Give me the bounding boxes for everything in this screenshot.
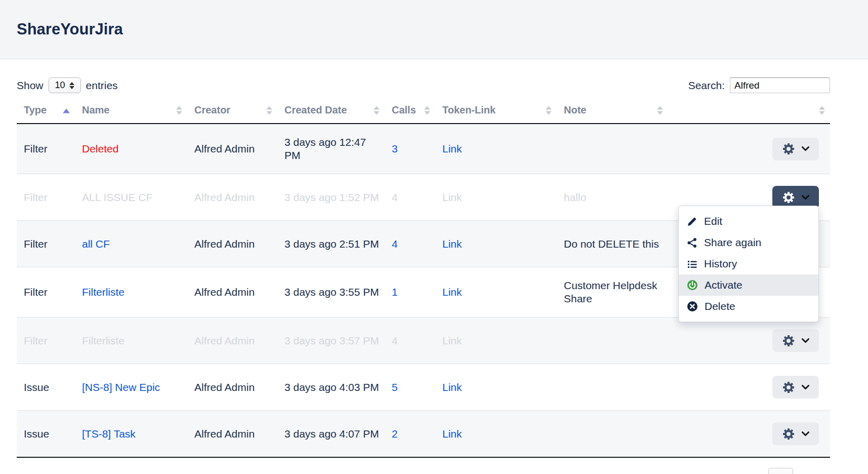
app-header: ShareYourJira (0, 0, 868, 59)
column-header-note[interactable]: Note (557, 99, 668, 124)
token-link[interactable]: Link (442, 335, 462, 346)
cell-note (557, 124, 668, 174)
gear-icon (782, 142, 795, 155)
cell-type: Issue (17, 411, 75, 458)
table-row: Filter Filterliste Alfred Admin 3 days a… (17, 318, 830, 364)
select-stepper-icon (69, 82, 74, 89)
cell-type: Filter (17, 221, 75, 267)
pagination: Previous 1 Next (712, 468, 830, 474)
token-link[interactable]: Link (442, 143, 462, 154)
cell-creator: Alfred Admin (187, 267, 277, 318)
chevron-down-icon (802, 338, 809, 343)
cell-creator: Alfred Admin (187, 221, 277, 267)
calls-link[interactable]: 4 (392, 191, 398, 203)
main-content: Show 10 entries Search: Type Name Creato… (0, 77, 868, 474)
cell-note: hallo (557, 174, 668, 221)
row-actions-button[interactable] (772, 376, 819, 399)
column-header-creator[interactable]: Creator (187, 99, 277, 124)
calls-link[interactable]: 4 (392, 238, 398, 250)
sort-both-icon (266, 106, 272, 114)
share-name: Filterliste (82, 335, 125, 346)
share-icon (687, 238, 697, 248)
chevron-down-icon (802, 385, 809, 390)
show-label: Show (17, 80, 44, 92)
cell-created-date: 3 days ago 2:51 PM (277, 221, 385, 267)
cell-created-date: 3 days ago 4:07 PM (277, 411, 385, 458)
cell-creator: Alfred Admin (187, 174, 277, 221)
pencil-icon (687, 216, 697, 227)
delete-icon (687, 301, 698, 312)
page-title: ShareYourJira (17, 20, 123, 38)
share-name-link[interactable]: all CF (82, 238, 110, 250)
calls-link[interactable]: 3 (392, 143, 398, 154)
entries-label: entries (86, 80, 118, 92)
sort-both-icon (176, 106, 182, 114)
chevron-down-icon (802, 195, 809, 200)
column-header-type[interactable]: Type (17, 99, 75, 124)
menu-item-edit[interactable]: Edit (679, 211, 818, 232)
table-row: Filter Deleted Alfred Admin 3 days ago 1… (17, 124, 830, 174)
sort-both-icon (374, 106, 380, 114)
token-link[interactable]: Link (442, 238, 462, 250)
shares-table: Type Name Creator Created Date Calls Tok… (17, 99, 830, 458)
cell-created-date: 3 days ago 1:52 PM (277, 174, 385, 221)
menu-item-activate[interactable]: Activate (679, 274, 818, 296)
token-link[interactable]: Link (442, 381, 462, 393)
menu-item-history[interactable]: History (679, 253, 818, 274)
column-header-actions[interactable] (668, 99, 830, 124)
cell-creator: Alfred Admin (187, 318, 277, 364)
row-actions-button[interactable] (772, 138, 819, 161)
column-header-name[interactable]: Name (75, 99, 187, 124)
search-input[interactable] (730, 77, 830, 93)
share-name-link[interactable]: [NS-8] New Epic (82, 381, 160, 393)
row-actions-button[interactable] (772, 329, 819, 352)
share-name-link[interactable]: Filterliste (82, 286, 125, 298)
gear-icon (782, 191, 795, 204)
gear-icon (782, 381, 795, 394)
token-link[interactable]: Link (442, 286, 462, 298)
chevron-down-icon (802, 146, 809, 151)
cell-note (557, 411, 668, 458)
current-page-button[interactable]: 1 (768, 468, 793, 474)
calls-link[interactable]: 4 (392, 335, 398, 346)
gear-icon (782, 334, 795, 347)
gear-icon (782, 427, 795, 441)
page-size-select[interactable]: 10 (49, 77, 81, 93)
table-row: Issue [NS-8] New Epic Alfred Admin 3 day… (17, 364, 830, 411)
sort-both-icon (424, 106, 430, 114)
calls-link[interactable]: 2 (392, 428, 398, 440)
cell-note: Customer Helpdesk Share (557, 267, 668, 318)
table-footer: Showing 1 to 9 of 9 entries Previous 1 N… (17, 468, 830, 474)
cell-creator: Alfred Admin (187, 124, 277, 174)
chevron-down-icon (802, 431, 809, 437)
search-control: Search: (688, 77, 830, 93)
cell-created-date: 3 days ago 3:55 PM (277, 267, 385, 318)
share-name-link[interactable]: [TS-8] Task (82, 428, 136, 440)
sort-asc-icon (63, 108, 70, 113)
column-header-calls[interactable]: Calls (385, 99, 435, 124)
menu-item-delete[interactable]: Delete (679, 296, 818, 317)
table-row: Filter ALL ISSUE CF Alfred Admin 3 days … (17, 174, 830, 221)
calls-link[interactable]: 1 (392, 286, 398, 298)
cell-creator: Alfred Admin (187, 411, 277, 458)
token-link[interactable]: Link (442, 428, 462, 440)
cell-created-date: 3 days ago 12:47 PM (277, 124, 385, 174)
cell-type: Filter (17, 124, 75, 174)
row-actions-button[interactable] (772, 422, 819, 445)
cell-created-date: 3 days ago 4:03 PM (277, 364, 385, 411)
cell-type: Filter (17, 318, 75, 364)
cell-note (557, 318, 668, 364)
share-name: ALL ISSUE CF (82, 191, 152, 203)
menu-item-share-again[interactable]: Share again (679, 232, 818, 253)
sort-both-icon (657, 106, 663, 114)
cell-creator: Alfred Admin (187, 364, 277, 411)
cell-type: Filter (17, 174, 75, 221)
table-controls: Show 10 entries Search: (17, 77, 830, 93)
page-size-value: 10 (55, 80, 65, 91)
calls-link[interactable]: 5 (392, 381, 398, 393)
cell-created-date: 3 days ago 3:57 PM (277, 318, 385, 364)
column-header-token-link[interactable]: Token-Link (435, 99, 557, 124)
search-label: Search: (688, 80, 725, 92)
token-link[interactable]: Link (442, 191, 462, 203)
column-header-created-date[interactable]: Created Date (277, 99, 385, 124)
